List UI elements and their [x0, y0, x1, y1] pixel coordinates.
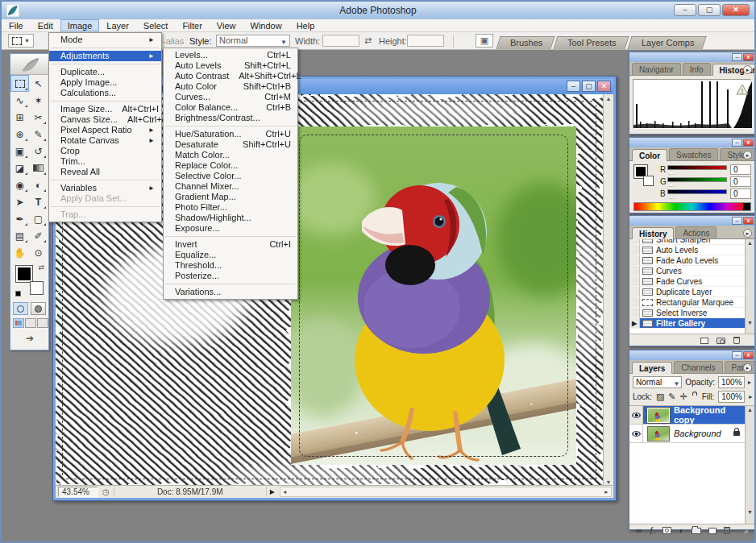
swap-dimensions-icon[interactable]: ⇄: [364, 35, 372, 46]
panel-minimize-button[interactable]: –: [732, 139, 742, 147]
panel-titlebar[interactable]: – x: [629, 138, 754, 147]
menu-file[interactable]: File: [2, 19, 31, 31]
menu-item-color-balance[interactable]: Color Balance...Ctrl+B: [164, 102, 297, 113]
menu-window[interactable]: Window: [243, 19, 289, 31]
green-slider-handle[interactable]: [668, 182, 675, 187]
menu-item-channel-mixer[interactable]: Channel Mixer...: [164, 181, 297, 192]
foreground-color-swatch[interactable]: [16, 266, 32, 282]
panel-minimize-button[interactable]: –: [732, 217, 742, 225]
height-input[interactable]: [407, 35, 444, 47]
menu-item-curves[interactable]: Curves...Ctrl+M: [164, 92, 297, 102]
zoom-field[interactable]: 43.54%: [58, 487, 98, 497]
minimize-button[interactable]: –: [674, 4, 696, 16]
history-slider-icon[interactable]: ▶: [629, 318, 640, 328]
visibility-toggle[interactable]: [629, 406, 643, 424]
panel-menu-icon[interactable]: ▸: [743, 65, 752, 74]
lock-transparency-icon[interactable]: ▨: [656, 392, 664, 402]
panel-close-button[interactable]: x: [743, 139, 754, 147]
style-dropdown[interactable]: Normal ▼: [216, 35, 290, 47]
lock-paint-icon[interactable]: ✎: [668, 392, 675, 402]
tab-color[interactable]: Color: [632, 149, 667, 161]
tool-history-brush[interactable]: ↺: [29, 143, 48, 160]
new-snapshot-icon[interactable]: [717, 338, 725, 344]
tool-rectangular-marquee[interactable]: [10, 75, 29, 92]
resize-grip-icon[interactable]: ◢: [743, 527, 748, 534]
menu-item-replace-color[interactable]: Replace Color...: [164, 160, 297, 171]
menu-item-posterize[interactable]: Posterize...: [164, 271, 297, 281]
scroll-up-icon[interactable]: ▲: [746, 239, 754, 246]
menu-item-gradient-map[interactable]: Gradient Map...: [164, 192, 297, 202]
menu-item-exposure[interactable]: Exposure...: [164, 223, 297, 234]
doc-size-info[interactable]: Doc: 8.95M/17.9M: [114, 487, 267, 497]
history-state[interactable]: Curves: [629, 266, 745, 276]
green-slider[interactable]: [667, 177, 727, 182]
blue-value[interactable]: 0: [730, 189, 751, 199]
lock-position-icon[interactable]: ✛: [680, 392, 687, 402]
history-state[interactable]: Fade Curves: [629, 276, 745, 287]
panel-minimize-button[interactable]: –: [732, 351, 742, 359]
menu-item-reveal-all[interactable]: Reveal All: [49, 167, 161, 177]
blue-slider[interactable]: [667, 189, 727, 194]
new-group-icon[interactable]: [692, 528, 701, 534]
doc-maximize-button[interactable]: ▢: [582, 81, 596, 92]
doc-close-button[interactable]: ✕: [597, 81, 611, 92]
tab-channels[interactable]: Channels: [674, 361, 722, 373]
menu-item-levels[interactable]: Levels...Ctrl+L: [164, 50, 297, 60]
tool-notes[interactable]: ▤: [10, 227, 29, 244]
menu-item-adjustments[interactable]: Adjustments►: [49, 51, 161, 61]
menu-item-desaturate[interactable]: DesaturateShift+Ctrl+U: [164, 139, 297, 150]
toolbox-header[interactable]: [10, 54, 48, 75]
layer-style-icon[interactable]: ƒ.: [649, 526, 655, 535]
menu-filter[interactable]: Filter: [175, 19, 209, 31]
delete-layer-icon[interactable]: [724, 527, 730, 534]
menu-item-variables[interactable]: Variables►: [49, 183, 161, 193]
tool-eyedropper[interactable]: ✐: [29, 227, 48, 244]
red-value[interactable]: 0: [730, 164, 751, 175]
default-colors-icon[interactable]: [15, 291, 21, 296]
tool-healing-brush[interactable]: ⊕: [10, 126, 29, 143]
scroll-down-icon[interactable]: ▼: [746, 509, 754, 515]
menu-select[interactable]: Select: [136, 19, 176, 31]
tool-zoom[interactable]: ⊙: [29, 244, 48, 261]
blue-slider-handle[interactable]: [668, 194, 675, 199]
history-state[interactable]: Smart Sharpen: [629, 239, 745, 245]
visibility-toggle[interactable]: [629, 425, 643, 442]
background-color-swatch[interactable]: [30, 281, 44, 295]
jump-to-imageready-button[interactable]: ➔: [17, 333, 43, 346]
doc-minimize-button[interactable]: –: [567, 81, 580, 92]
tab-layers[interactable]: Layers: [632, 362, 672, 374]
file-browser-button[interactable]: ▣: [476, 34, 493, 48]
opacity-value[interactable]: 100%: [718, 376, 745, 388]
tool-eraser[interactable]: ◪: [10, 160, 29, 176]
tool-shape[interactable]: ▢: [29, 210, 48, 227]
scroll-down-icon[interactable]: ▼: [604, 479, 613, 485]
green-value[interactable]: 0: [730, 176, 751, 187]
quick-mask-button[interactable]: [31, 302, 46, 315]
close-button[interactable]: ✕: [722, 4, 750, 16]
tool-clone-stamp[interactable]: ▣: [10, 143, 29, 160]
menu-item-selective-color[interactable]: Selective Color...: [164, 171, 297, 181]
status-menu-arrow-icon[interactable]: ▶: [267, 488, 278, 495]
menu-item-image-size[interactable]: Image Size...Alt+Ctrl+I: [49, 104, 161, 114]
tab-swatches[interactable]: Swatches: [669, 148, 718, 160]
scroll-down-icon[interactable]: ▼: [746, 320, 754, 325]
menu-image[interactable]: Image: [60, 19, 100, 31]
menu-view[interactable]: View: [210, 19, 243, 31]
menu-item-duplicate[interactable]: Duplicate...: [49, 67, 161, 77]
scroll-left-icon[interactable]: ◄: [282, 489, 288, 495]
menu-item-photo-filter[interactable]: Photo Filter...: [164, 202, 297, 213]
menu-item-apply-image[interactable]: Apply Image...: [49, 77, 161, 88]
menu-item-shadow-highlight[interactable]: Shadow/Highlight...: [164, 213, 297, 223]
scroll-up-icon[interactable]: ▲: [604, 94, 613, 102]
menu-item-calculations[interactable]: Calculations...: [49, 88, 161, 98]
menu-item-pixel-aspect-ratio[interactable]: Pixel Aspect Ratio►: [49, 125, 161, 135]
menu-item-variations[interactable]: Variations...: [164, 287, 297, 297]
panel-titlebar[interactable]: – x: [629, 216, 754, 226]
layer-row-background-copy[interactable]: Background copy: [629, 406, 745, 425]
new-document-from-state-icon[interactable]: [700, 338, 708, 344]
tool-path-selection[interactable]: ➤: [10, 193, 29, 210]
history-state[interactable]: Duplicate Layer: [629, 287, 745, 297]
app-titlebar[interactable]: Adobe Photoshop – ▢ ✕: [2, 2, 754, 19]
menu-layer[interactable]: Layer: [99, 19, 136, 31]
fullscreen-button[interactable]: [37, 318, 48, 328]
